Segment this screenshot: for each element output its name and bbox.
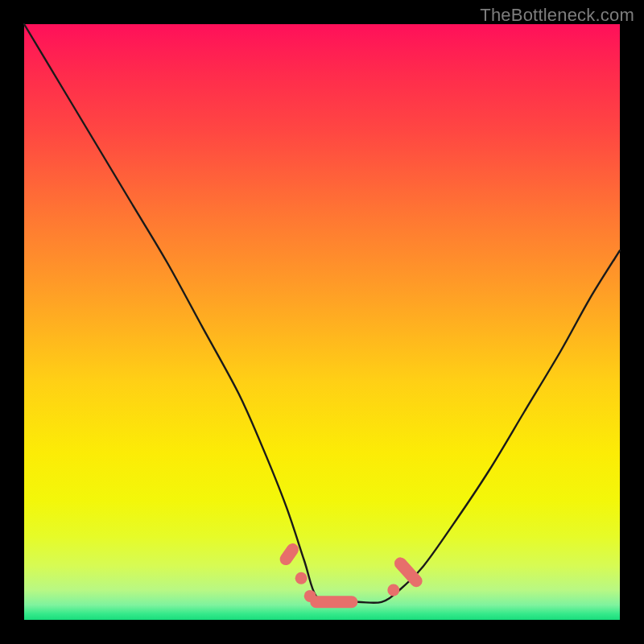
marker-pill [310, 596, 357, 608]
curve-svg [24, 24, 620, 620]
watermark-label: TheBottleneck.com [480, 5, 634, 26]
markers-group [278, 541, 425, 608]
chart-frame: TheBottleneck.com [0, 0, 644, 644]
marker-dot [387, 584, 399, 597]
marker-pill [392, 555, 425, 589]
plot-area [24, 24, 620, 620]
marker-pill [278, 541, 301, 568]
bottleneck-curve [24, 24, 620, 603]
marker-dot [295, 572, 308, 584]
